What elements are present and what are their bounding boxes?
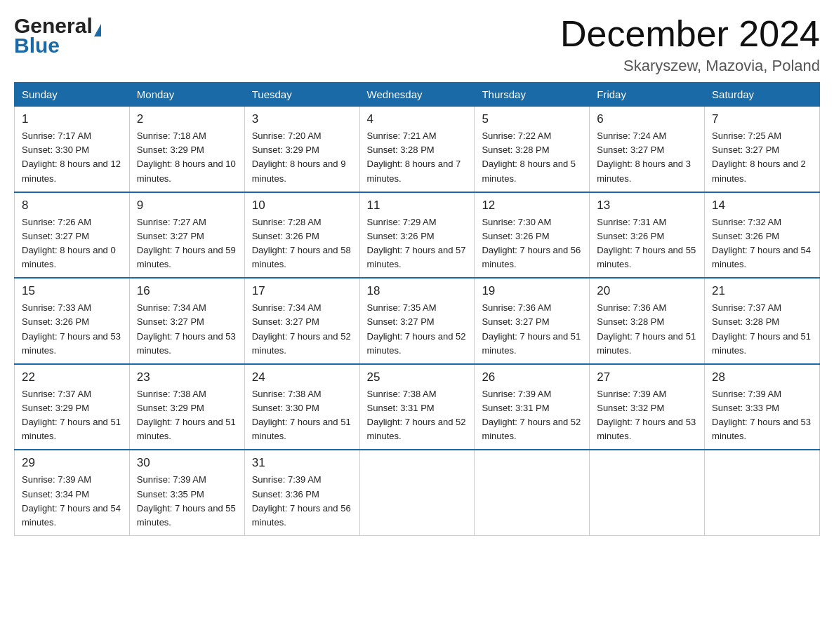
day-info: Sunrise: 7:26 AMSunset: 3:27 PMDaylight:…: [22, 217, 116, 269]
day-info: Sunrise: 7:34 AMSunset: 3:27 PMDaylight:…: [137, 302, 236, 355]
col-header-tuesday: Tuesday: [244, 83, 359, 107]
day-info: Sunrise: 7:39 AMSunset: 3:34 PMDaylight:…: [22, 474, 121, 527]
calendar-week-row: 22 Sunrise: 7:37 AMSunset: 3:29 PMDaylig…: [15, 364, 820, 450]
calendar-header-row: SundayMondayTuesdayWednesdayThursdayFrid…: [15, 83, 820, 107]
day-number: 16: [137, 284, 237, 298]
day-number: 7: [712, 112, 812, 126]
day-number: 20: [597, 284, 697, 298]
calendar-cell: 28 Sunrise: 7:39 AMSunset: 3:33 PMDaylig…: [705, 364, 820, 450]
calendar-week-row: 1 Sunrise: 7:17 AMSunset: 3:30 PMDayligh…: [15, 107, 820, 192]
col-header-saturday: Saturday: [705, 83, 820, 107]
calendar-cell: 15 Sunrise: 7:33 AMSunset: 3:26 PMDaylig…: [15, 278, 130, 364]
calendar-cell: 6 Sunrise: 7:24 AMSunset: 3:27 PMDayligh…: [590, 107, 705, 192]
day-number: 19: [482, 284, 582, 298]
day-info: Sunrise: 7:24 AMSunset: 3:27 PMDaylight:…: [597, 130, 691, 183]
day-number: 11: [367, 199, 468, 213]
calendar-cell: 20 Sunrise: 7:36 AMSunset: 3:28 PMDaylig…: [590, 278, 705, 364]
day-number: 12: [482, 199, 582, 213]
day-info: Sunrise: 7:37 AMSunset: 3:28 PMDaylight:…: [712, 302, 811, 355]
calendar-week-row: 29 Sunrise: 7:39 AMSunset: 3:34 PMDaylig…: [15, 450, 820, 535]
day-number: 29: [22, 456, 122, 470]
day-info: Sunrise: 7:17 AMSunset: 3:30 PMDaylight:…: [22, 130, 121, 183]
day-info: Sunrise: 7:33 AMSunset: 3:26 PMDaylight:…: [22, 302, 121, 355]
day-info: Sunrise: 7:30 AMSunset: 3:26 PMDaylight:…: [482, 217, 581, 269]
calendar-cell: 24 Sunrise: 7:38 AMSunset: 3:30 PMDaylig…: [244, 364, 359, 450]
calendar-cell: 23 Sunrise: 7:38 AMSunset: 3:29 PMDaylig…: [129, 364, 244, 450]
calendar-cell: 29 Sunrise: 7:39 AMSunset: 3:34 PMDaylig…: [15, 450, 130, 535]
day-info: Sunrise: 7:39 AMSunset: 3:36 PMDaylight:…: [252, 474, 351, 527]
page-header: General Blue December 2024 Skaryszew, Ma…: [14, 14, 820, 75]
calendar-cell: 1 Sunrise: 7:17 AMSunset: 3:30 PMDayligh…: [15, 107, 130, 192]
day-info: Sunrise: 7:21 AMSunset: 3:28 PMDaylight:…: [367, 130, 461, 183]
day-info: Sunrise: 7:25 AMSunset: 3:27 PMDaylight:…: [712, 130, 806, 183]
day-info: Sunrise: 7:38 AMSunset: 3:30 PMDaylight:…: [252, 389, 351, 441]
day-number: 5: [482, 112, 582, 126]
day-number: 9: [137, 199, 237, 213]
day-number: 21: [712, 284, 812, 298]
calendar-cell: [475, 450, 590, 535]
day-info: Sunrise: 7:35 AMSunset: 3:27 PMDaylight:…: [367, 302, 466, 355]
calendar-cell: 30 Sunrise: 7:39 AMSunset: 3:35 PMDaylig…: [129, 450, 244, 535]
calendar-cell: 11 Sunrise: 7:29 AMSunset: 3:26 PMDaylig…: [359, 192, 475, 279]
day-number: 3: [252, 112, 352, 126]
calendar-cell: 9 Sunrise: 7:27 AMSunset: 3:27 PMDayligh…: [129, 192, 244, 279]
day-number: 25: [367, 370, 468, 384]
day-info: Sunrise: 7:39 AMSunset: 3:35 PMDaylight:…: [137, 474, 236, 527]
calendar-cell: 8 Sunrise: 7:26 AMSunset: 3:27 PMDayligh…: [15, 192, 130, 279]
day-number: 6: [597, 112, 697, 126]
day-info: Sunrise: 7:39 AMSunset: 3:32 PMDaylight:…: [597, 389, 696, 441]
day-info: Sunrise: 7:36 AMSunset: 3:28 PMDaylight:…: [597, 302, 696, 355]
calendar-cell: 5 Sunrise: 7:22 AMSunset: 3:28 PMDayligh…: [475, 107, 590, 192]
day-number: 24: [252, 370, 352, 384]
day-number: 10: [252, 199, 352, 213]
day-number: 26: [482, 370, 582, 384]
day-number: 31: [252, 456, 352, 470]
calendar-cell: 27 Sunrise: 7:39 AMSunset: 3:32 PMDaylig…: [590, 364, 705, 450]
day-info: Sunrise: 7:28 AMSunset: 3:26 PMDaylight:…: [252, 217, 351, 269]
calendar-cell: [705, 450, 820, 535]
col-header-monday: Monday: [129, 83, 244, 107]
calendar-cell: 25 Sunrise: 7:38 AMSunset: 3:31 PMDaylig…: [359, 364, 475, 450]
day-info: Sunrise: 7:31 AMSunset: 3:26 PMDaylight:…: [597, 217, 696, 269]
day-number: 13: [597, 199, 697, 213]
calendar-cell: 31 Sunrise: 7:39 AMSunset: 3:36 PMDaylig…: [244, 450, 359, 535]
day-number: 27: [597, 370, 697, 384]
calendar-cell: 16 Sunrise: 7:34 AMSunset: 3:27 PMDaylig…: [129, 278, 244, 364]
calendar-cell: [590, 450, 705, 535]
calendar-cell: 12 Sunrise: 7:30 AMSunset: 3:26 PMDaylig…: [475, 192, 590, 279]
day-number: 15: [22, 284, 122, 298]
day-info: Sunrise: 7:22 AMSunset: 3:28 PMDaylight:…: [482, 130, 576, 183]
calendar-cell: [359, 450, 475, 535]
title-block: December 2024 Skaryszew, Mazovia, Poland: [560, 14, 820, 75]
col-header-thursday: Thursday: [475, 83, 590, 107]
location-subtitle: Skaryszew, Mazovia, Poland: [560, 57, 820, 75]
logo-blue-text: Blue: [14, 34, 60, 58]
day-number: 14: [712, 199, 812, 213]
day-number: 18: [367, 284, 468, 298]
day-number: 17: [252, 284, 352, 298]
day-number: 30: [137, 456, 237, 470]
day-info: Sunrise: 7:37 AMSunset: 3:29 PMDaylight:…: [22, 389, 121, 441]
day-info: Sunrise: 7:29 AMSunset: 3:26 PMDaylight:…: [367, 217, 466, 269]
day-info: Sunrise: 7:36 AMSunset: 3:27 PMDaylight:…: [482, 302, 581, 355]
calendar-cell: 3 Sunrise: 7:20 AMSunset: 3:29 PMDayligh…: [244, 107, 359, 192]
calendar-cell: 2 Sunrise: 7:18 AMSunset: 3:29 PMDayligh…: [129, 107, 244, 192]
calendar-cell: 7 Sunrise: 7:25 AMSunset: 3:27 PMDayligh…: [705, 107, 820, 192]
day-info: Sunrise: 7:34 AMSunset: 3:27 PMDaylight:…: [252, 302, 351, 355]
calendar-cell: 22 Sunrise: 7:37 AMSunset: 3:29 PMDaylig…: [15, 364, 130, 450]
day-info: Sunrise: 7:38 AMSunset: 3:31 PMDaylight:…: [367, 389, 466, 441]
day-number: 28: [712, 370, 812, 384]
calendar-cell: 4 Sunrise: 7:21 AMSunset: 3:28 PMDayligh…: [359, 107, 475, 192]
day-number: 1: [22, 112, 122, 126]
day-number: 8: [22, 199, 122, 213]
logo-triangle-icon: [94, 24, 101, 36]
calendar-cell: 17 Sunrise: 7:34 AMSunset: 3:27 PMDaylig…: [244, 278, 359, 364]
calendar-cell: 10 Sunrise: 7:28 AMSunset: 3:26 PMDaylig…: [244, 192, 359, 279]
day-info: Sunrise: 7:38 AMSunset: 3:29 PMDaylight:…: [137, 389, 236, 441]
day-info: Sunrise: 7:32 AMSunset: 3:26 PMDaylight:…: [712, 217, 811, 269]
day-info: Sunrise: 7:39 AMSunset: 3:33 PMDaylight:…: [712, 389, 811, 441]
calendar-cell: 18 Sunrise: 7:35 AMSunset: 3:27 PMDaylig…: [359, 278, 475, 364]
col-header-friday: Friday: [590, 83, 705, 107]
day-number: 22: [22, 370, 122, 384]
logo: General Blue: [14, 14, 101, 58]
